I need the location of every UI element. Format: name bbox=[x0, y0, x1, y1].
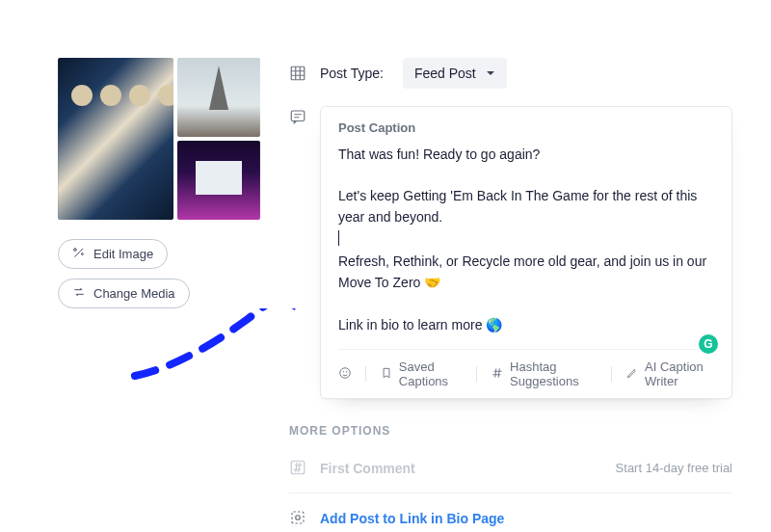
linkinbio-text: Add Post to Link in Bio Page bbox=[320, 511, 732, 526]
svg-point-3 bbox=[343, 371, 344, 372]
first-comment-trial-link[interactable]: Start 14-day free trial bbox=[616, 461, 732, 475]
media-preview-grid bbox=[58, 58, 260, 220]
media-thumb-3[interactable] bbox=[177, 141, 260, 220]
separator bbox=[611, 366, 612, 382]
emoji-picker-button[interactable] bbox=[338, 366, 352, 383]
caption-textarea[interactable]: That was fun! Ready to go again? Let's k… bbox=[338, 145, 714, 335]
svg-point-2 bbox=[340, 367, 351, 378]
ai-caption-writer-button[interactable]: AI Caption Writer bbox=[625, 359, 714, 388]
svg-rect-5 bbox=[291, 461, 305, 474]
caption-title: Post Caption bbox=[338, 120, 714, 135]
first-comment-row[interactable]: First Comment Start 14-day free trial bbox=[289, 443, 732, 492]
svg-point-4 bbox=[346, 371, 347, 372]
hashtag-suggestions-button[interactable]: Hashtag Suggestions bbox=[491, 359, 598, 388]
linkinbio-row[interactable]: Add Post to Link in Bio Page bbox=[289, 492, 732, 532]
svg-rect-6 bbox=[292, 512, 304, 523]
svg-rect-1 bbox=[291, 111, 305, 121]
grid-icon bbox=[289, 65, 306, 85]
magic-wand-icon bbox=[72, 246, 86, 262]
swap-icon bbox=[72, 285, 86, 302]
caption-icon bbox=[289, 108, 306, 128]
edit-image-button[interactable]: Edit Image bbox=[58, 239, 168, 269]
media-thumb-1[interactable] bbox=[58, 58, 173, 220]
sparkle-pen-icon bbox=[625, 366, 639, 383]
svg-rect-0 bbox=[291, 66, 305, 80]
bookmark-icon bbox=[380, 366, 393, 383]
text-caret bbox=[338, 230, 339, 246]
edit-image-label: Edit Image bbox=[93, 247, 153, 261]
grammarly-icon[interactable]: G bbox=[699, 334, 718, 354]
linkinbio-icon bbox=[289, 509, 306, 529]
caption-card: Post Caption That was fun! Ready to go a… bbox=[320, 106, 732, 399]
separator bbox=[476, 366, 477, 382]
post-type-value: Feed Post bbox=[414, 66, 476, 81]
more-options-label: MORE OPTIONS bbox=[289, 424, 732, 438]
post-type-label: Post Type: bbox=[320, 66, 384, 81]
post-type-row: Post Type: Feed Post bbox=[289, 58, 732, 89]
change-media-label: Change Media bbox=[93, 286, 175, 301]
media-sidebar: Edit Image Change Media bbox=[58, 58, 260, 532]
caption-toolbar: Saved Captions Hashtag Suggestions bbox=[338, 349, 714, 388]
saved-captions-button[interactable]: Saved Captions bbox=[380, 359, 464, 388]
hashtag-icon bbox=[491, 366, 504, 383]
hash-box-icon bbox=[289, 459, 306, 479]
separator bbox=[365, 366, 366, 382]
first-comment-text: First Comment bbox=[320, 461, 602, 476]
media-thumb-2[interactable] bbox=[177, 58, 260, 137]
caption-row: Post Caption That was fun! Ready to go a… bbox=[289, 106, 732, 399]
smile-icon bbox=[338, 366, 352, 383]
post-type-select[interactable]: Feed Post bbox=[403, 58, 507, 89]
chevron-down-icon bbox=[486, 66, 495, 81]
change-media-button[interactable]: Change Media bbox=[58, 279, 190, 308]
svg-point-7 bbox=[296, 516, 301, 520]
